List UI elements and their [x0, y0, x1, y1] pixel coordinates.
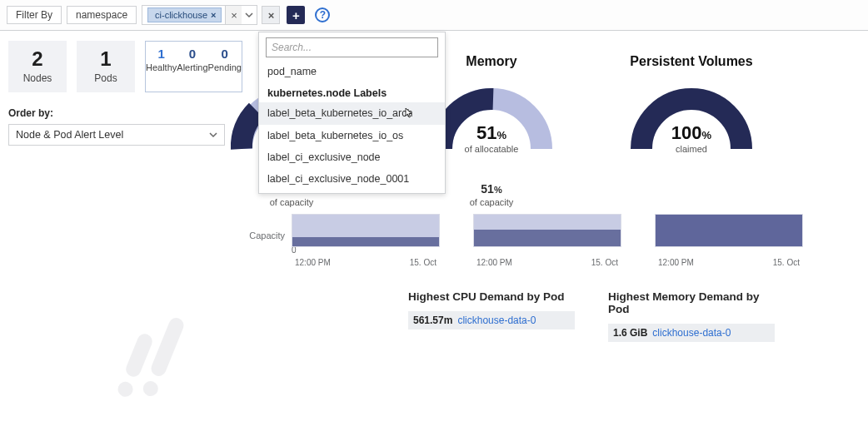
pods-summary[interactable]: 1 Pods — [77, 41, 135, 92]
filter-bar: Filter By namespace ci-clickhouse × × × … — [0, 0, 868, 31]
nodes-label: Nodes — [8, 72, 67, 84]
suggest-item[interactable]: label_ci_exclusive_node — [259, 146, 445, 168]
close-combo-icon[interactable]: × — [262, 6, 280, 24]
order-by-value: Node & Pod Alert Level — [16, 129, 123, 141]
filter-tag[interactable]: ci-clickhouse × — [147, 7, 222, 22]
memory-demand-row[interactable]: 1.6 GiB clickhouse-data-0 — [608, 324, 775, 342]
remove-tag-icon[interactable]: × — [211, 10, 216, 20]
namespace-chip[interactable]: namespace — [67, 6, 137, 24]
pv-sparkline[interactable]: 0 12:00 PM 15. Oct — [655, 214, 803, 267]
sparkline-y-label: Capacity — [233, 230, 292, 267]
filter-value-combo[interactable]: ci-clickhouse × × — [142, 5, 257, 25]
help-icon[interactable]: ? — [315, 7, 330, 22]
suggest-heading: kubernetes.node Labels — [259, 82, 445, 102]
add-filter-button[interactable]: + — [287, 6, 305, 24]
order-by-label: Order by: — [8, 107, 222, 119]
summary-row: 2 Nodes 1 Pods 1 Healthy 0 Alerting 0 Pe… — [8, 41, 222, 92]
cpu-demand-row[interactable]: 561.57m clickhouse-data-0 — [408, 311, 575, 329]
order-by-select[interactable]: Node & Pod Alert Level — [8, 124, 225, 146]
memory-sparkline[interactable]: 0 12:00 PM 15. Oct — [473, 214, 621, 267]
alerting-stat[interactable]: 0 Alerting — [177, 47, 207, 87]
filter-caret-icon[interactable] — [242, 6, 257, 24]
filter-by-label: Filter By — [7, 6, 62, 24]
filter-search-input[interactable] — [266, 37, 438, 57]
healthy-stat[interactable]: 1 Healthy — [146, 47, 177, 87]
filter-suggest-panel: pod_name kubernetes.node Labels label_be… — [258, 32, 446, 194]
suggest-item[interactable]: label_beta_kubernetes_io_arch — [259, 102, 445, 125]
left-column: 2 Nodes 1 Pods 1 Healthy 0 Alerting 0 Pe… — [0, 31, 233, 342]
pods-count: 1 — [77, 47, 135, 71]
filter-tag-text: ci-clickhouse — [155, 10, 207, 20]
suggest-item[interactable]: label_ci_exclusive_node_0001 — [259, 168, 445, 190]
memory-demand-panel: Highest Memory Demand by Pod 1.6 GiB cli… — [608, 290, 775, 342]
cpu-demand-title: Highest CPU Demand by Pod — [408, 290, 575, 303]
pods-label: Pods — [77, 72, 135, 84]
suggest-item-pod-name[interactable]: pod_name — [259, 61, 445, 82]
memory-demand-title: Highest Memory Demand by Pod — [608, 290, 775, 315]
pv-title: Persistent Volumes — [608, 54, 775, 69]
cpu-demand-panel: Highest CPU Demand by Pod 561.57m clickh… — [408, 290, 575, 342]
clear-filter-icon[interactable]: × — [225, 6, 242, 24]
nodes-count: 2 — [8, 47, 67, 71]
empty-state-icon — [125, 316, 182, 380]
pv-gauge: Persistent Volumes 100% claimed . . — [608, 54, 775, 207]
cpu-demand-pod-link[interactable]: clickhouse-data-0 — [457, 315, 536, 326]
suggest-item[interactable]: label_beta_kubernetes_io_os — [259, 125, 445, 146]
cpu-sparkline[interactable]: 0 12:00 PM 15. Oct — [292, 214, 440, 267]
memory-demand-pod-link[interactable]: clickhouse-data-0 — [652, 327, 731, 339]
nodes-summary[interactable]: 2 Nodes — [8, 41, 67, 92]
